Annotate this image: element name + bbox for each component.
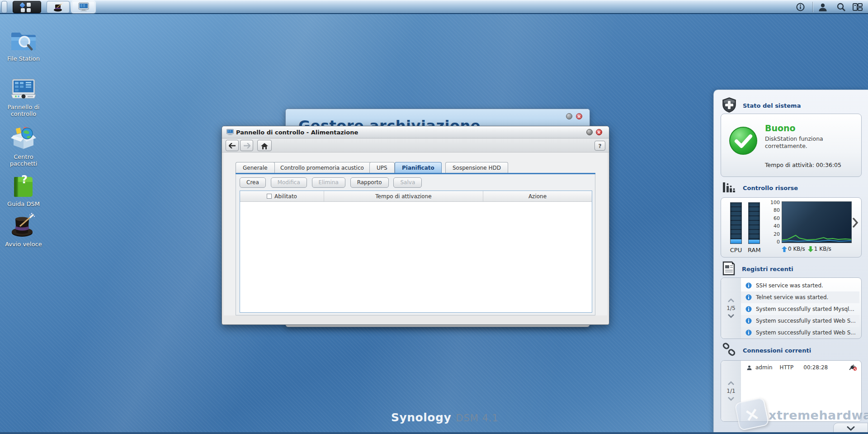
minimize-button[interactable] [566, 113, 572, 119]
show-desktop-button[interactable] [1, 1, 7, 13]
chevron-down-icon[interactable] [727, 314, 735, 318]
chevron-up-icon[interactable] [727, 298, 735, 302]
dsm-watermark: Synology DSM 4.1 [391, 411, 499, 424]
widget-title: Connessioni correnti [743, 347, 811, 354]
select-all-checkbox[interactable] [267, 194, 272, 199]
resource-monitor-box: CPU RAM 10080 6040 200 0 KB/s 1 KB/s [721, 197, 862, 258]
tab-generale[interactable]: Generale [236, 162, 275, 173]
cpu-gauge-fill [731, 239, 741, 243]
synology-logo: Synology [391, 411, 451, 424]
system-status-header: Stato del sistema [722, 97, 801, 114]
chevron-right-icon[interactable] [852, 218, 859, 229]
network-speeds: 0 KB/s 1 KB/s [782, 246, 834, 252]
chevron-down-icon [847, 426, 855, 431]
log-row: Telnet service was started. [741, 291, 859, 303]
widget-title: Registri recenti [742, 266, 793, 272]
resource-monitor-header: Controllo risorse [722, 181, 798, 196]
search-icon[interactable] [836, 3, 846, 12]
crea-button[interactable]: Crea [240, 177, 266, 188]
disconnect-icon[interactable] [849, 364, 857, 371]
ram-gauge [748, 202, 760, 244]
help-button[interactable]: ? [594, 141, 605, 151]
widget-title: Controllo risorse [743, 185, 798, 191]
home-button[interactable] [257, 140, 272, 151]
desktop-icon-label: Guida DSM [0, 201, 47, 208]
user-icon[interactable] [818, 3, 828, 12]
dialog-title: Pannello di controllo - Alimentazione [236, 129, 358, 136]
minimize-button[interactable] [586, 129, 593, 135]
chevron-down-icon[interactable] [727, 397, 735, 401]
tab-controllo-promemoria-acustico[interactable]: Controllo promemoria acustico [273, 162, 371, 173]
dialog-titlebar[interactable]: Pannello di controllo - Alimentazione × [222, 126, 609, 138]
document-icon [722, 261, 736, 277]
desktop-icon-file-station[interactable]: File Station [0, 29, 47, 62]
elimina-button[interactable]: Elimina [312, 177, 345, 188]
connection-duration: 00:28:28 [803, 364, 828, 371]
magic-hat-icon [10, 213, 37, 238]
desktop-icon-control-panel[interactable]: Pannello di controllo [0, 78, 47, 118]
recent-logs-box: 1/5 SSH service was started. Telnet serv… [721, 277, 862, 339]
main-menu-button[interactable] [13, 1, 41, 13]
status-description: DiskStation funziona correttamente. [765, 135, 846, 150]
info-icon [745, 306, 752, 312]
tab-ups[interactable]: UPS [369, 162, 395, 173]
taskbar [0, 0, 868, 14]
connection-row: admin HTTP 00:28:28 [746, 364, 857, 371]
table-body-empty [240, 202, 592, 312]
column-header-abilitato[interactable]: Abilitato [240, 191, 324, 201]
desktop-icon-dsm-help[interactable]: ? Guida DSM [0, 176, 47, 208]
upload-arrow-icon [782, 246, 787, 252]
schedule-table: Abilitato Tempo di attivazione Azione [240, 191, 592, 313]
info-icon [745, 318, 752, 324]
control-panel-dialog: Pannello di controllo - Alimentazione × … [222, 126, 609, 325]
package-center-icon [10, 126, 37, 151]
salva-button[interactable]: Salva [393, 177, 422, 188]
log-row: SSH service was started. [741, 280, 859, 291]
forward-button[interactable] [240, 140, 253, 151]
connection-protocol: HTTP [780, 364, 794, 371]
log-row: System successfully started Web S... [741, 315, 859, 327]
dsm-help-icon: ? [12, 176, 35, 198]
close-icon[interactable]: × [596, 129, 602, 135]
close-icon[interactable]: × [576, 113, 582, 119]
connection-user: admin [755, 364, 773, 371]
desktop-icon-label: Avvio veloce [0, 241, 47, 248]
info-icon [745, 329, 752, 336]
tab-pianificato[interactable]: Pianificato [395, 162, 442, 173]
upload-speed: 0 KB/s [788, 246, 805, 252]
tab-sospensione-hdd[interactable]: Sospensione HDD [445, 162, 508, 173]
rapporto-button[interactable]: Rapporto [350, 177, 389, 188]
current-connections-header: Connessioni correnti [722, 343, 811, 358]
control-panel-icon [78, 2, 90, 12]
modifica-button[interactable]: Modifica [271, 177, 307, 188]
uptime-text: Tempo di attività: 00:36:05 [765, 162, 841, 168]
dialog-content: Generale Controllo promemoria acustico U… [224, 153, 607, 315]
desktop-icon-quick-launch[interactable]: Avvio veloce [0, 213, 47, 248]
back-button[interactable] [226, 140, 239, 151]
network-chart [782, 201, 852, 243]
dialog-toolbar: ? [222, 138, 609, 153]
chain-link-icon [722, 343, 736, 358]
system-status-box: Buono DiskStation funziona correttamente… [721, 114, 862, 177]
status-value: Buono [765, 123, 796, 133]
xtremehardware-watermark: xtremehardware.com [769, 408, 868, 422]
pilot-view-icon[interactable] [853, 3, 863, 11]
ram-label: RAM [748, 247, 760, 253]
bar-chart-icon [722, 181, 736, 196]
taskbar-divider [812, 2, 813, 12]
control-panel-taskbar-button[interactable] [71, 1, 95, 13]
cpu-gauge [730, 202, 742, 244]
column-header-tempo-attivazione[interactable]: Tempo di attivazione [324, 191, 483, 201]
column-header-azione[interactable]: Azione [483, 191, 592, 201]
desktop-icon-package-center[interactable]: Centro pacchetti [0, 126, 47, 167]
chevron-up-icon[interactable] [727, 381, 735, 385]
ram-gauge-fill [749, 240, 760, 243]
action-button-row: Crea Modifica Elimina Rapporto Salva [240, 177, 425, 188]
quick-launch-taskbar-button[interactable] [47, 1, 70, 13]
main-menu-icon [19, 3, 36, 12]
info-icon[interactable] [796, 3, 805, 11]
status-ok-icon [728, 126, 758, 157]
download-arrow-icon [808, 246, 813, 252]
desktop-icon-label: Centro pacchetti [0, 154, 47, 167]
shield-icon [722, 97, 736, 114]
